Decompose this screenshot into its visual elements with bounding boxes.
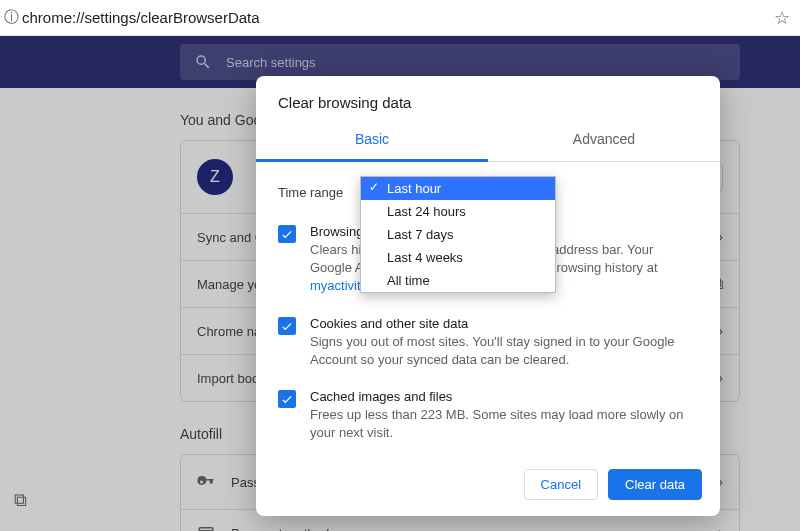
- time-range-option-last-24-hours[interactable]: Last 24 hours: [361, 200, 555, 223]
- url-text: chrome://settings/clearBrowserData: [22, 9, 768, 26]
- time-range-option-last-7-days[interactable]: Last 7 days: [361, 223, 555, 246]
- time-range-option-all-time[interactable]: All time: [361, 269, 555, 292]
- checkbox-cache[interactable]: [278, 390, 296, 408]
- time-range-label: Time range: [278, 185, 360, 200]
- item-cache[interactable]: Cached images and files Frees up less th…: [278, 389, 698, 442]
- cancel-button[interactable]: Cancel: [524, 469, 598, 500]
- tab-basic[interactable]: Basic: [256, 121, 488, 162]
- bookmark-star-icon[interactable]: ☆: [774, 7, 790, 29]
- cache-sub: Frees up less than 223 MB. Some sites ma…: [310, 406, 698, 442]
- omnibox[interactable]: ⓘ chrome://settings/clearBrowserData ☆: [0, 0, 800, 36]
- site-info-icon[interactable]: ⓘ: [4, 8, 16, 27]
- cache-head: Cached images and files: [310, 389, 698, 404]
- clear-data-button[interactable]: Clear data: [608, 469, 702, 500]
- clear-browsing-data-dialog: Clear browsing data Basic Advanced Time …: [256, 76, 720, 516]
- cookies-head: Cookies and other site data: [310, 316, 698, 331]
- checkbox-cookies[interactable]: [278, 317, 296, 335]
- tab-advanced[interactable]: Advanced: [488, 121, 720, 161]
- item-cookies[interactable]: Cookies and other site data Signs you ou…: [278, 316, 698, 369]
- checkbox-history[interactable]: [278, 225, 296, 243]
- time-range-dropdown: Last hour Last 24 hours Last 7 days Last…: [360, 176, 556, 293]
- dialog-title: Clear browsing data: [256, 76, 720, 121]
- dialog-tabs: Basic Advanced: [256, 121, 720, 162]
- cookies-sub: Signs you out of most sites. You'll stay…: [310, 333, 698, 369]
- time-range-option-last-4-weeks[interactable]: Last 4 weeks: [361, 246, 555, 269]
- time-range-option-last-hour[interactable]: Last hour: [361, 177, 555, 200]
